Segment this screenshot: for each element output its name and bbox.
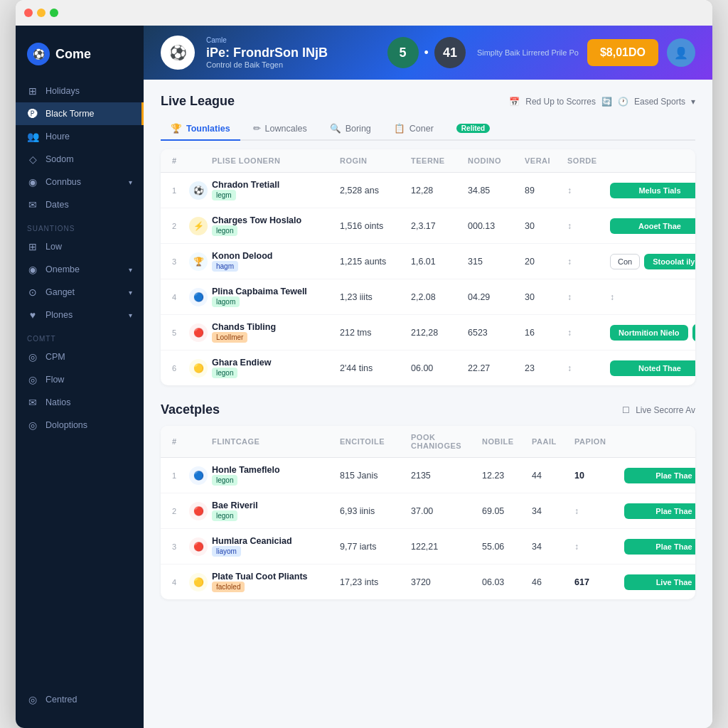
sidebar-item-natios[interactable]: ✉ Natios bbox=[16, 391, 144, 414]
team-logo-sm: 🔵 bbox=[189, 466, 208, 485]
bet-button[interactable]: $8,01DO bbox=[587, 39, 658, 66]
verai-value: 30 bbox=[525, 221, 567, 231]
league-tag: facloled bbox=[212, 582, 245, 592]
live-league-header: Live League 📅 Red Up to Scorres 🔄 🕐 Ease… bbox=[161, 94, 695, 109]
sidebar-item-flow[interactable]: ◎ Flow bbox=[16, 368, 144, 391]
expand-button[interactable]: ✓ bbox=[692, 324, 695, 341]
chevron-icon: ▾ bbox=[129, 289, 132, 296]
team-logo-sm: ⚡ bbox=[189, 217, 208, 235]
sidebar-item-low[interactable]: ⊞ Low bbox=[16, 235, 144, 258]
tounlaties-tab-label: Tounlaties bbox=[186, 124, 230, 134]
col3-value: 69.05 bbox=[482, 506, 532, 516]
minimize-dot[interactable] bbox=[37, 9, 46, 17]
action-button[interactable]: Plae Thae bbox=[624, 539, 695, 555]
action-button[interactable]: Live Thae bbox=[624, 574, 695, 590]
sidebar-item-black-torme[interactable]: 🅟 Black Torme bbox=[16, 102, 144, 125]
rogin-value: 212 tms bbox=[340, 328, 411, 338]
action-button-2[interactable]: Stooolat ilye bbox=[644, 254, 695, 269]
nodino-value: 315 bbox=[468, 257, 525, 267]
league-tag: liayom bbox=[212, 546, 241, 557]
rogin-value: 1,215 aunts bbox=[340, 257, 411, 267]
action-button[interactable]: Plae Thae bbox=[624, 468, 695, 483]
boring-tab-label: Boring bbox=[346, 124, 371, 134]
team-name: Ghara Endiew bbox=[212, 358, 340, 368]
team-name: Chradon Tretiall bbox=[212, 180, 340, 190]
team-logo: ⚽ bbox=[161, 36, 195, 70]
team-logo-sm: 🟡 bbox=[189, 573, 208, 592]
sidebar-item-cpm-label: CPM bbox=[46, 352, 65, 362]
team-logo-sm: 🟡 bbox=[189, 359, 208, 378]
tab-tounlaties[interactable]: 🏆Tounlaties bbox=[161, 117, 240, 141]
team-info: Chradon Tretiall legm bbox=[212, 180, 340, 200]
team-info: Plate Tual Coot Pliants facloled bbox=[212, 572, 340, 592]
sidebar-item-flow-label: Flow bbox=[46, 375, 64, 385]
sidebar-item-connbus[interactable]: ◉ Connbus ▾ bbox=[16, 171, 144, 193]
app-window: ⚽ Come ⊞ Holidays 🅟 Black Torme 👥 Houre … bbox=[16, 0, 712, 728]
sidebar-item-doloptions[interactable]: ◎ Doloptions bbox=[16, 414, 144, 437]
centred-icon: ◎ bbox=[27, 694, 38, 705]
clock-icon: 🕐 bbox=[618, 97, 628, 107]
vacetples-col-header: Flintcage bbox=[212, 437, 340, 446]
action-button-outline[interactable]: Con bbox=[610, 254, 640, 269]
sidebar-item-onembe[interactable]: ◉ Onembe ▾ bbox=[16, 258, 144, 281]
sidebar-item-black-torme-label: Black Torme bbox=[46, 109, 95, 119]
row-number: 3 bbox=[172, 257, 189, 266]
nodino-value: 34.85 bbox=[468, 186, 525, 196]
sidebar-item-doloptions-label: Doloptions bbox=[46, 420, 87, 430]
league-col-header: Sorde bbox=[567, 156, 610, 165]
table-row: 4 🔵 Plina Capbaima Tewell lagom 1,23 iii… bbox=[161, 279, 695, 315]
team-logo-sm: ⚽ bbox=[189, 181, 208, 200]
tab-coner[interactable]: 📋Coner bbox=[384, 117, 444, 141]
sidebar-item-sodom[interactable]: ◇ Sodom bbox=[16, 148, 144, 171]
avatar: 👤 bbox=[667, 38, 695, 67]
coner-tab-label: Coner bbox=[410, 124, 434, 134]
league-col-header: Rogin bbox=[340, 156, 411, 165]
banner-right: Simplty Baik Lirrered Prile Po $8,01DO 👤 bbox=[477, 38, 695, 67]
sidebar-item-ganget[interactable]: ⊙ Ganget ▾ bbox=[16, 281, 144, 304]
sidebar-item-houre[interactable]: 👥 Houre bbox=[16, 125, 144, 148]
tab-relited[interactable]: Relited bbox=[446, 118, 500, 140]
vacetples-col-header: Encitoile bbox=[340, 437, 411, 446]
action-button[interactable]: Aooet Thae bbox=[610, 218, 695, 234]
action-button[interactable]: Plae Thae bbox=[624, 503, 695, 519]
sidebar-item-holidays[interactable]: ⊞ Holidays bbox=[16, 80, 144, 102]
sidebar-item-cpm[interactable]: ◎ CPM bbox=[16, 346, 144, 368]
action-button[interactable]: Melus Tials bbox=[610, 183, 695, 198]
close-dot[interactable] bbox=[24, 9, 33, 17]
sidebar-item-centred[interactable]: ◎ Centred bbox=[16, 688, 144, 711]
coner-tab-icon: 📋 bbox=[394, 123, 405, 134]
action-button[interactable]: Noted Thae bbox=[610, 360, 695, 376]
sidebar-item-dates[interactable]: ✉ Dates bbox=[16, 193, 144, 216]
vacetples-table-header: #FlintcageEncitoilePook ChaniogesNobileP… bbox=[161, 426, 695, 458]
league-col-header: Nodino bbox=[468, 156, 525, 165]
score-left: 5 bbox=[387, 37, 419, 68]
refresh-label: Red Up to Scorres bbox=[525, 97, 596, 107]
rogin-value: 1,516 oints bbox=[340, 221, 411, 231]
maximize-dot[interactable] bbox=[50, 9, 58, 17]
col3-value: 55.06 bbox=[482, 542, 532, 552]
league-table-body: 1 ⚽ Chradon Tretiall legm 2,528 ans 12,2… bbox=[161, 173, 695, 385]
sidebar-item-low-label: Low bbox=[46, 242, 62, 252]
team-name: Bae Riveril bbox=[212, 500, 340, 510]
verai-value: 30 bbox=[525, 292, 567, 302]
sidebar-item-ganget-label: Ganget bbox=[46, 287, 75, 297]
nodino-value: 22.27 bbox=[468, 363, 525, 373]
col1-value: 815 Janis bbox=[340, 471, 411, 481]
team-logo-sm: 🔴 bbox=[189, 323, 208, 342]
tab-boring[interactable]: 🔍Boring bbox=[320, 117, 381, 141]
team-info: Chands Tibling Loollmer bbox=[212, 322, 340, 343]
team-name: Plate Tual Coot Pliants bbox=[212, 572, 340, 582]
vacetples-col-header: Pook Chanioges bbox=[411, 433, 482, 450]
league-col-header: # bbox=[172, 156, 189, 165]
league-tag: Loollmer bbox=[212, 332, 247, 343]
action-button[interactable]: Nortmition Nielo bbox=[610, 325, 688, 341]
league-col-header: Teerne bbox=[411, 156, 468, 165]
teerne-value: 12,28 bbox=[411, 186, 468, 196]
col5-value: 617 bbox=[574, 577, 624, 587]
lowncales-tab-label: Lowncales bbox=[265, 124, 307, 134]
table-row: 2 ⚡ Charges Tow Hoslalo legon 1,516 oint… bbox=[161, 208, 695, 244]
sidebar-item-plones[interactable]: ♥ Plones ▾ bbox=[16, 304, 144, 326]
tab-lowncales[interactable]: ✏Lowncales bbox=[243, 117, 317, 141]
boring-tab-icon: 🔍 bbox=[330, 123, 341, 134]
vacetples-col-header: # bbox=[172, 437, 189, 446]
